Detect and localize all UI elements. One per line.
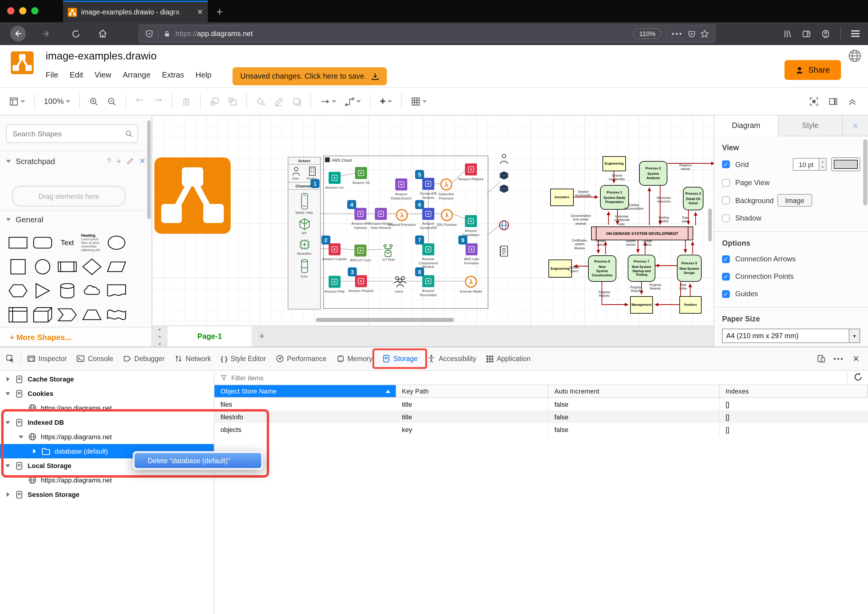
delete-button[interactable]: [179, 94, 194, 109]
amazon-polly-node[interactable]: [329, 276, 341, 288]
management-node[interactable]: Management: [630, 296, 653, 313]
menu-arrange[interactable]: Arrange: [123, 70, 151, 79]
process-shape[interactable]: [56, 258, 78, 276]
devtools-tab-debugger[interactable]: Debugger: [118, 347, 169, 370]
devtools-tab-style-editor[interactable]: { }Style Editor: [215, 347, 271, 370]
view-mode-button[interactable]: [6, 94, 28, 109]
zoom-level-dropdown[interactable]: 100%: [41, 94, 74, 108]
paper-size-select[interactable]: A4 (210 mm x 297 mm) ▼: [722, 329, 860, 343]
cloud-shape[interactable]: [81, 282, 103, 300]
process-3-node[interactable]: Process 3Detail ChSoluti: [683, 187, 704, 210]
column-header-indexes[interactable]: Indexes: [720, 385, 868, 398]
on-demand-system-development-store[interactable]: ON-DEMAND SYSTEM DEVELOPMENT: [591, 226, 693, 240]
diagram-canvas[interactable]: Actors UserPayers Channels Mobile / Web …: [152, 115, 714, 326]
step-shape[interactable]: [56, 306, 78, 324]
unsaved-changes-banner[interactable]: Unsaved changes. Click here to save.: [232, 67, 387, 85]
guides-checkbox[interactable]: ✓: [722, 290, 730, 298]
format-panel-toggle-icon[interactable]: [828, 96, 838, 106]
macos-window-controls[interactable]: [7, 7, 39, 14]
service-cube-icon[interactable]: [499, 171, 509, 180]
cube-shape[interactable]: [32, 306, 53, 324]
menu-hamburger-icon[interactable]: [851, 30, 860, 37]
menu-view[interactable]: View: [95, 70, 112, 79]
internal-storage-shape[interactable]: [7, 306, 29, 324]
add-page-button[interactable]: +: [252, 326, 272, 347]
shadow-button[interactable]: [289, 94, 305, 109]
url-bar[interactable]: https://app.diagrams.net 110% •••: [139, 25, 715, 43]
erl-function-node[interactable]: λ: [441, 209, 453, 221]
table-row[interactable]: objectskeyfalse[]: [214, 423, 868, 436]
process-7-node[interactable]: Process 7New SystemStartup andTesting: [628, 255, 656, 282]
amazon-personalize-node[interactable]: [422, 275, 434, 287]
rounded-rectangle-shape[interactable]: [32, 234, 53, 252]
reload-button[interactable]: [71, 29, 81, 38]
amazon-cognito-node[interactable]: [329, 243, 341, 255]
tree-item-https-app-diagrams-net[interactable]: https://app.diagrams.net: [0, 429, 214, 444]
investors-node[interactable]: Investors: [550, 189, 574, 206]
tree-item-cookies[interactable]: Cookies: [0, 386, 214, 401]
sidebar-scrollbar[interactable]: [147, 120, 151, 219]
tree-expand-arrow-icon[interactable]: [5, 492, 11, 497]
undo-button[interactable]: [132, 94, 148, 109]
zoom-in-button[interactable]: [86, 94, 102, 109]
pick-element-button[interactable]: [0, 347, 19, 370]
devtools-tab-accessibility[interactable]: Accessibility: [423, 347, 481, 370]
filter-bar[interactable]: Filter items: [214, 371, 868, 385]
amazon-lex-node[interactable]: [329, 172, 341, 184]
scratchpad-section[interactable]: Scratchpad ? + ✕: [0, 151, 151, 171]
tree-expand-arrow-icon[interactable]: [5, 392, 11, 395]
tree-expand-arrow-icon[interactable]: [5, 377, 11, 381]
payers-actor-icon[interactable]: [308, 166, 316, 176]
heading-shape[interactable]: HeadingLorem ipsum dolor sit amet, conse…: [81, 234, 103, 252]
refresh-icon[interactable]: [854, 372, 863, 381]
maximize-window-icon[interactable]: [31, 7, 39, 14]
aws-lake-formation-node[interactable]: [465, 243, 477, 255]
tab-style[interactable]: Style: [778, 115, 843, 136]
pocket-icon[interactable]: [688, 30, 696, 37]
amazon-dynamodb-node[interactable]: [422, 208, 434, 220]
execute-model-node[interactable]: λ: [465, 276, 477, 288]
amazon-comprehend-medical-node[interactable]: [422, 243, 434, 255]
waypoint-style-dropdown[interactable]: [342, 94, 364, 109]
zoom-out-button[interactable]: [104, 94, 120, 109]
amazon-kinesis-data-streams-node[interactable]: [375, 208, 387, 220]
column-header-auto-increment[interactable]: Auto Increment: [549, 385, 720, 398]
triangle-shape[interactable]: [32, 282, 53, 300]
background-image-button[interactable]: Image: [777, 194, 812, 207]
search-icon[interactable]: [125, 130, 133, 138]
tree-expand-arrow-icon[interactable]: [18, 435, 24, 438]
grid-color-swatch[interactable]: [831, 157, 860, 171]
parallelogram-shape[interactable]: [106, 258, 127, 276]
forward-button[interactable]: [42, 29, 51, 39]
line-color-button[interactable]: [271, 94, 287, 109]
page-tab[interactable]: Page-1: [167, 326, 252, 347]
insert-dropdown[interactable]: +: [377, 93, 395, 110]
amazon-pinpoint-node[interactable]: [355, 275, 367, 287]
tape-shape[interactable]: [106, 306, 127, 324]
general-section[interactable]: General: [0, 210, 151, 228]
table-dropdown[interactable]: [408, 94, 430, 109]
devtools-tab-inspector[interactable]: Inspector: [22, 347, 72, 370]
panel-close-icon[interactable]: ✕: [843, 115, 868, 136]
devtools-tab-application[interactable]: Application: [481, 347, 536, 370]
iot-rule-node[interactable]: [383, 244, 394, 257]
share-button[interactable]: Share: [784, 60, 841, 80]
help-icon[interactable]: ?: [107, 157, 111, 165]
amazon-sagemaker-node[interactable]: [465, 215, 477, 227]
connection-points-checkbox[interactable]: ✓: [722, 273, 730, 280]
grid-size-stepper[interactable]: ▲▼: [819, 158, 826, 171]
edit-pencil-icon[interactable]: [127, 157, 134, 164]
devtools-close-icon[interactable]: ✕: [852, 354, 860, 363]
back-button[interactable]: [10, 26, 26, 42]
document-shape[interactable]: [106, 282, 127, 300]
drawio-logo-shape[interactable]: [154, 157, 231, 234]
lock-icon[interactable]: [163, 30, 170, 37]
page-actions-icon[interactable]: •••: [672, 29, 683, 38]
dynamodb-streams-node[interactable]: [422, 178, 434, 190]
mobile-web-channel-icon[interactable]: [299, 193, 309, 210]
url-text[interactable]: https://app.diagrams.net: [175, 29, 253, 38]
process-6-node[interactable]: Process 6NewSystemConstruction: [588, 255, 616, 282]
cylinder-shape[interactable]: [56, 282, 78, 300]
vendors-node[interactable]: Vendors: [679, 296, 702, 313]
redo-button[interactable]: [150, 94, 166, 109]
